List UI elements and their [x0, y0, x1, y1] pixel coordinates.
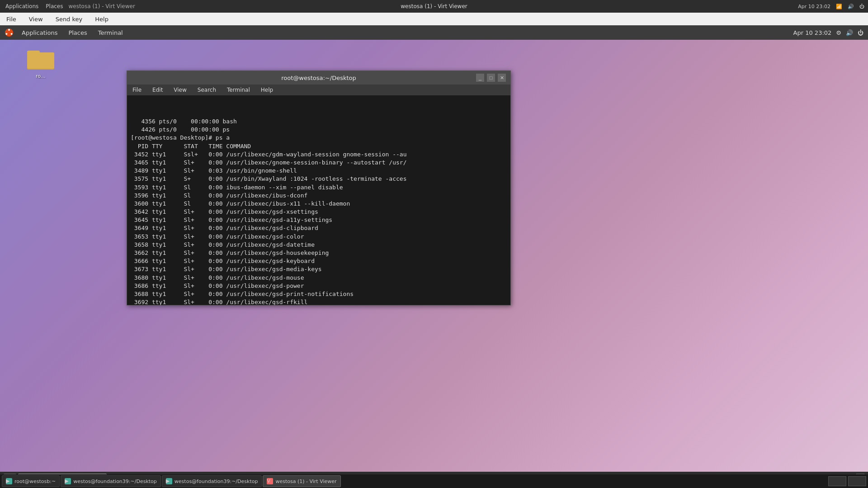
term-menu-search[interactable]: Search — [196, 86, 218, 94]
term-line-10: 3600 tty1 Sl 0:00 /usr/libexec/ibus-x11 … — [131, 200, 507, 208]
host-task-label-2: westos@foundation39:~/Desktop — [175, 479, 258, 484]
terminal-content[interactable]: 4356 pts/0 00:00:00 bash 4426 pts/0 00:0… — [127, 95, 510, 305]
virt-menu-help[interactable]: Help — [92, 15, 111, 23]
terminal-minimize-button[interactable]: _ — [476, 74, 484, 82]
terminal-window: root@westosa:~/Desktop _ □ ✕ File Edit V… — [127, 70, 511, 305]
volume-icon: 🔊 — [848, 4, 854, 9]
term-line-21: 3688 tty1 Sl+ 0:00 /usr/libexec/gsd-prin… — [131, 290, 507, 298]
host-task-icon-1: ▶ — [65, 478, 71, 484]
host-task-item-1[interactable]: ▶ westos@foundation39:~/Desktop — [61, 475, 161, 487]
term-menu-edit[interactable]: Edit — [151, 86, 165, 94]
host-right-box2[interactable] — [848, 476, 866, 486]
host-task-label-3: westosa (1) - Virt Viewer — [275, 479, 336, 484]
terminal-menu-bar: File Edit View Search Terminal Help — [127, 84, 510, 95]
guest-power-icon: ⏻ — [858, 29, 863, 36]
host-taskbar: ▶ root@westosb:~ ▶ westos@foundation39:~… — [0, 474, 868, 488]
term-line-11: 3642 tty1 Sl+ 0:00 /usr/libexec/gsd-xset… — [131, 208, 507, 216]
guest-places[interactable]: Places — [66, 28, 90, 37]
host-datetime: Apr 10 23:02 — [798, 4, 830, 9]
svg-point-1 — [8, 29, 10, 31]
folder-icon — [27, 48, 54, 70]
term-menu-file[interactable]: File — [131, 86, 143, 94]
term-line-5: 3465 tty1 Sl+ 0:00 /usr/libexec/gnome-se… — [131, 159, 507, 167]
guest-panel-right: Apr 10 23:02 ⚙ 🔊 ⏻ — [793, 29, 863, 36]
host-places[interactable]: Places — [44, 2, 65, 10]
term-line-2: [root@westosa Desktop]# ps a — [131, 134, 507, 142]
svg-point-3 — [5, 33, 7, 35]
term-line-6: 3489 tty1 Sl+ 0:03 /usr/bin/gnome-shell — [131, 167, 507, 175]
virt-menu-view[interactable]: View — [26, 15, 46, 23]
network-icon: 📶 — [836, 4, 842, 9]
term-menu-help[interactable]: Help — [259, 86, 275, 94]
term-line-18: 3673 tty1 Sl+ 0:00 /usr/libexec/gsd-medi… — [131, 265, 507, 273]
ubuntu-logo-icon — [5, 28, 14, 37]
term-line-9: 3596 tty1 Sl 0:00 /usr/libexec/ibus-dcon… — [131, 192, 507, 200]
host-task-icon-2: ▶ — [166, 478, 172, 484]
host-top-left: Applications Places westosa (1) - Virt V… — [4, 2, 135, 10]
term-line-22: 3692 tty1 Sl+ 0:00 /usr/libexec/gsd-rfki… — [131, 298, 507, 305]
svg-point-2 — [11, 33, 13, 35]
term-line-0: 4356 pts/0 00:00:00 bash — [131, 117, 507, 126]
terminal-title: root@westosa:~/Desktop — [281, 75, 356, 81]
term-line-14: 3653 tty1 Sl+ 0:00 /usr/libexec/gsd-colo… — [131, 233, 507, 241]
term-line-12: 3645 tty1 Sl+ 0:00 /usr/libexec/gsd-a11y… — [131, 216, 507, 224]
host-task-label-0: root@westosb:~ — [14, 479, 56, 484]
term-line-17: 3666 tty1 Sl+ 0:00 /usr/libexec/gsd-keyb… — [131, 257, 507, 265]
virt-viewer-title: westosa (1) - Virt Viewer — [401, 3, 467, 9]
host-right-box1[interactable] — [828, 476, 846, 486]
term-line-19: 3680 tty1 Sl+ 0:00 /usr/libexec/gsd-mous… — [131, 274, 507, 282]
guest-datetime: Apr 10 23:02 — [793, 29, 832, 36]
term-line-1: 4426 pts/0 00:00:00 ps — [131, 126, 507, 134]
host-taskbar-right — [828, 476, 866, 486]
host-task-label-1: westos@foundation39:~/Desktop — [73, 479, 157, 484]
guest-applications[interactable]: Applications — [19, 28, 60, 37]
host-task-icon-3: V — [267, 478, 273, 484]
term-line-16: 3662 tty1 Sl+ 0:00 /usr/libexec/gsd-hous… — [131, 249, 507, 257]
power-icon: ⏻ — [859, 4, 864, 9]
host-task-item-0[interactable]: ▶ root@westosb:~ — [2, 475, 60, 487]
guest-terminal[interactable]: Terminal — [95, 28, 126, 37]
term-line-13: 3649 tty1 Sl+ 0:00 /usr/libexec/gsd-clip… — [131, 224, 507, 232]
term-menu-view[interactable]: View — [172, 86, 188, 94]
terminal-maximize-button[interactable]: □ — [487, 74, 495, 82]
terminal-title-bar: root@westosa:~/Desktop _ □ ✕ — [127, 71, 510, 84]
svg-rect-6 — [27, 52, 54, 69]
virt-menu-sendkey[interactable]: Send key — [53, 15, 85, 23]
virt-menu-bar: File View Send key Help — [0, 13, 868, 25]
host-window-title-left: westosa (1) - Virt Viewer — [68, 3, 135, 9]
terminal-close-button[interactable]: ✕ — [498, 74, 506, 82]
term-line-4: 3452 tty1 Ssl+ 0:00 /usr/libexec/gdm-way… — [131, 150, 507, 159]
host-top-right: Apr 10 23:02 📶 🔊 ⏻ — [798, 4, 864, 9]
guest-volume-icon: 🔊 — [846, 29, 853, 36]
guest-panel: Applications Places Terminal Apr 10 23:0… — [0, 25, 868, 40]
term-line-8: 3593 tty1 Sl 0:00 ibus-daemon --xim --pa… — [131, 183, 507, 192]
guest-panel-left: Applications Places Terminal — [5, 28, 126, 37]
term-line-7: 3575 tty1 S+ 0:00 /usr/bin/Xwayland :102… — [131, 175, 507, 183]
term-line-15: 3658 tty1 Sl+ 0:00 /usr/libexec/gsd-date… — [131, 241, 507, 249]
desktop-folder[interactable]: ro... — [23, 48, 59, 79]
folder-label: ro... — [23, 73, 59, 79]
terminal-controls: _ □ ✕ — [476, 74, 506, 82]
term-menu-terminal[interactable]: Terminal — [225, 86, 252, 94]
virt-menu-file[interactable]: File — [4, 15, 19, 23]
host-task-icon-0: ▶ — [6, 478, 12, 484]
host-applications[interactable]: Applications — [4, 2, 40, 10]
host-task-item-3[interactable]: V westosa (1) - Virt Viewer — [263, 475, 340, 487]
host-task-item-2[interactable]: ▶ westos@foundation39:~/Desktop — [162, 475, 262, 487]
term-line-3: PID TTY STAT TIME COMMAND — [131, 142, 507, 150]
guest-settings-icon: ⚙ — [836, 29, 841, 36]
guest-area: Applications Places Terminal Apr 10 23:0… — [0, 25, 868, 488]
virt-title-bar: Applications Places westosa (1) - Virt V… — [0, 0, 868, 13]
term-line-20: 3686 tty1 Sl+ 0:00 /usr/libexec/gsd-powe… — [131, 282, 507, 290]
